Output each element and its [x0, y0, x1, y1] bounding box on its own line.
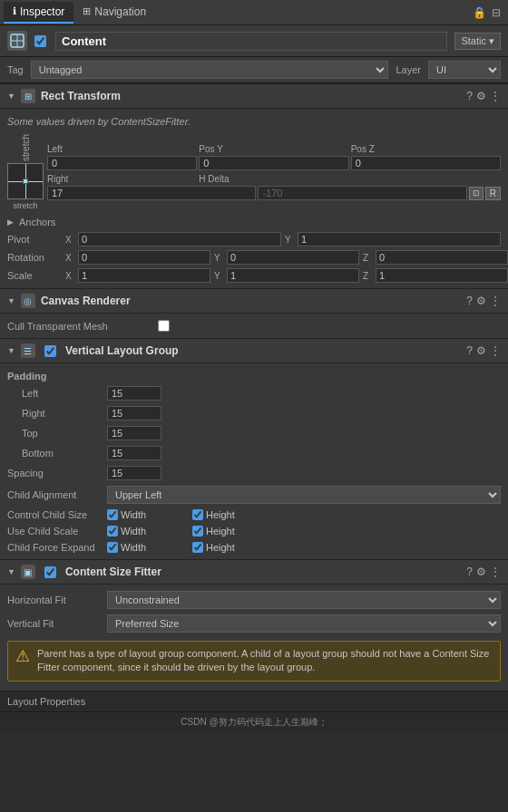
layer-select[interactable]: UI — [428, 61, 501, 79]
tag-select[interactable]: Untagged — [31, 61, 389, 79]
rect-fields-wrapper: Left Pos Y Pos Z Right H Delta ⊡ — [47, 144, 501, 200]
anchors-row[interactable]: ▶ Anchors — [0, 214, 508, 230]
child-force-expand-label: Child Force Expand — [7, 542, 107, 553]
right-input[interactable] — [47, 186, 256, 200]
spacing-label: Spacing — [7, 468, 107, 478]
canvas-renderer-more-icon[interactable]: ⋮ — [490, 295, 501, 307]
control-child-size-label: Control Child Size — [7, 509, 107, 520]
rect-transform-more-icon[interactable]: ⋮ — [490, 90, 501, 102]
padding-top-label: Top — [7, 428, 107, 439]
force-width-checkbox[interactable] — [107, 542, 118, 553]
force-height-checkbox[interactable] — [192, 542, 203, 553]
cull-label: Cull Transparent Mesh — [7, 321, 152, 332]
canvas-renderer-help-icon[interactable]: ? — [466, 295, 473, 307]
vertical-layout-settings-icon[interactable]: ⚙ — [476, 344, 486, 357]
content-size-fitter-more-icon[interactable]: ⋮ — [490, 566, 501, 578]
posz-input[interactable] — [351, 156, 501, 170]
rotation-z-input[interactable] — [376, 250, 508, 265]
padding-bottom-label: Bottom — [7, 448, 107, 459]
control-child-size-group: Width Height — [107, 509, 501, 520]
warning-icon: ⚠ — [15, 648, 30, 664]
vertical-layout-section-header[interactable]: ▼ ☰ Vertical Layout Group ? ⚙ ⋮ — [0, 338, 508, 363]
vertical-fit-row: Vertical Fit Unconstrained Min Size Pref… — [0, 612, 508, 635]
lock-icon[interactable]: 🔒 — [473, 6, 486, 19]
control-width-checkbox[interactable] — [107, 509, 118, 520]
content-size-fitter-enabled-checkbox[interactable] — [44, 566, 56, 578]
padding-right-row: Right — [0, 403, 508, 423]
content-size-fitter-settings-icon[interactable]: ⚙ — [476, 566, 486, 578]
child-force-expand-group: Width Height — [107, 542, 501, 553]
static-button[interactable]: Static ▾ — [454, 33, 501, 50]
force-width-label: Width — [121, 542, 146, 553]
vertical-layout-more-icon[interactable]: ⋮ — [490, 344, 501, 357]
padding-left-input[interactable] — [107, 386, 161, 401]
anchor-center-dot — [23, 179, 28, 184]
canvas-renderer-section-header[interactable]: ▼ ◎ Canvas Renderer ? ⚙ ⋮ — [0, 288, 508, 314]
content-size-fitter-help-icon[interactable]: ? — [466, 566, 473, 578]
r-button[interactable]: R — [485, 187, 501, 200]
rect-transform-actions: ? ⚙ ⋮ — [466, 90, 501, 102]
rotation-row: Rotation X Y Z — [0, 248, 508, 266]
scale-x-col: X — [65, 268, 210, 283]
scale-y-input[interactable] — [227, 268, 359, 283]
pivot-y-input[interactable] — [298, 232, 501, 246]
tab-inspector[interactable]: ℹ Inspector — [4, 2, 73, 24]
padding-top-row: Top — [0, 423, 508, 443]
child-alignment-select[interactable]: Upper Left Upper Center Upper Right Midd… — [107, 486, 501, 504]
pivot-y-axis: Y — [285, 235, 296, 245]
spacing-input[interactable] — [107, 466, 161, 480]
pivot-x-input[interactable] — [78, 232, 281, 246]
rect-transform-help-icon[interactable]: ? — [466, 90, 473, 102]
vertical-layout-help-icon[interactable]: ? — [466, 344, 473, 357]
control-width-item: Width — [107, 509, 189, 520]
horizontal-fit-select[interactable]: Unconstrained Min Size Preferred Size — [107, 591, 501, 609]
rotation-x-axis: X — [65, 253, 76, 263]
vertical-layout-enabled-checkbox[interactable] — [44, 345, 56, 357]
tab-navigation[interactable]: ⊞ Navigation — [73, 2, 155, 24]
padding-top-input[interactable] — [107, 426, 161, 440]
gameobject-enabled-checkbox[interactable] — [34, 35, 46, 47]
canvas-renderer-settings-icon[interactable]: ⚙ — [476, 295, 486, 307]
rect-transform-settings-icon[interactable]: ⚙ — [476, 90, 486, 102]
vertical-fit-select[interactable]: Unconstrained Min Size Preferred Size — [107, 614, 501, 633]
layout-icon[interactable]: ⊟ — [492, 6, 501, 19]
content-size-fitter-expand-arrow: ▼ — [7, 567, 15, 576]
vertical-fit-label: Vertical Fit — [7, 618, 107, 629]
col-posy-label: Pos Y — [199, 144, 348, 154]
rotation-y-col: Y — [214, 250, 359, 265]
scale-x-input[interactable] — [78, 268, 210, 283]
tab-navigation-label: Navigation — [94, 5, 146, 18]
rect-transform-section-header[interactable]: ▼ ⊞ Rect Transform ? ⚙ ⋮ — [0, 83, 508, 109]
scale-height-checkbox[interactable] — [192, 526, 203, 536]
control-height-checkbox[interactable] — [192, 509, 203, 520]
cull-checkbox[interactable] — [158, 320, 170, 332]
scale-z-input[interactable] — [376, 268, 508, 283]
rotation-y-axis: Y — [214, 253, 225, 263]
padding-bottom-input[interactable] — [107, 446, 161, 460]
rotation-x-col: X — [65, 250, 210, 265]
gameobject-name-input[interactable] — [55, 32, 447, 51]
hdelta-input[interactable] — [258, 186, 466, 200]
use-child-scale-row: Use Child Scale Width Height — [0, 523, 508, 539]
anchor-widget: stretch stretch — [7, 134, 44, 210]
child-alignment-row: Child Alignment Upper Left Upper Center … — [0, 483, 508, 507]
left-input[interactable] — [47, 156, 197, 170]
tab-bar-actions: 🔒 ⊟ — [473, 6, 504, 19]
anchors-label: Anchors — [19, 217, 55, 227]
content-size-fitter-section-header[interactable]: ▼ ▣ Content Size Fitter ? ⚙ ⋮ — [0, 559, 508, 585]
inspector-icon: ℹ — [13, 5, 16, 17]
posy-input[interactable] — [199, 156, 348, 170]
scale-height-item: Height — [192, 526, 274, 536]
control-child-size-row: Control Child Size Width Height — [0, 507, 508, 523]
gameobject-icon — [7, 31, 27, 51]
use-child-scale-label: Use Child Scale — [7, 526, 107, 536]
scale-width-checkbox[interactable] — [107, 526, 118, 536]
navigation-icon: ⊞ — [83, 5, 91, 17]
rotation-x-input[interactable] — [78, 250, 210, 265]
anchor-box[interactable] — [7, 163, 44, 199]
scale-label: Scale — [7, 270, 62, 281]
rotation-y-input[interactable] — [227, 250, 359, 265]
rect-transform-body: Some values driven by ContentSizeFitter.… — [0, 109, 508, 288]
padding-right-input[interactable] — [107, 406, 161, 420]
resize-button[interactable]: ⊡ — [469, 187, 484, 200]
